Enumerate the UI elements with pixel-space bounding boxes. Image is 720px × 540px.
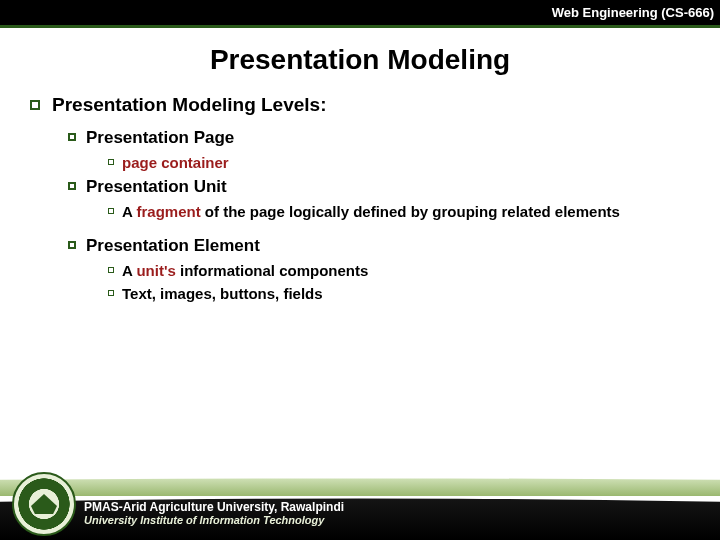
item-text: A unit's informational components [122,262,368,279]
bullet-level2: Presentation Element [68,236,720,256]
bullet-icon [30,100,40,110]
item-label: Presentation Page [86,128,234,148]
swoosh-decoration [0,474,720,496]
item-text: A fragment of the page logically defined… [122,203,620,220]
slide: Web Engineering (CS-666) Presentation Mo… [0,0,720,540]
bullet-icon [68,241,76,249]
item-label: Presentation Unit [86,177,227,197]
footer-text: PMAS-Arid Agriculture University, Rawalp… [84,500,344,526]
slide-content: Presentation Modeling Levels: Presentati… [0,94,720,302]
bullet-level3: page container [108,154,720,171]
item-text: page container [122,154,229,171]
course-code: Web Engineering (CS-666) [552,5,714,20]
institute-name: University Institute of Information Tech… [84,514,344,526]
bullet-level2: Presentation Page [68,128,720,148]
bullet-icon [108,208,114,214]
header-bar: Web Engineering (CS-666) [0,0,720,28]
bullet-icon [108,267,114,273]
bullet-icon [108,290,114,296]
bullet-level1: Presentation Modeling Levels: [30,94,720,116]
bullet-icon [68,182,76,190]
item-text: Text, images, buttons, fields [122,285,323,302]
bullet-level2: Presentation Unit [68,177,720,197]
item-label: Presentation Element [86,236,260,256]
bullet-icon [68,133,76,141]
tree-icon [31,494,57,514]
university-name: PMAS-Arid Agriculture University, Rawalp… [84,500,344,514]
heading-text: Presentation Modeling Levels: [52,94,327,116]
bullet-level3: A unit's informational components [108,262,720,279]
bullet-icon [108,159,114,165]
footer: PMAS-Arid Agriculture University, Rawalp… [0,464,720,540]
bullet-level3: Text, images, buttons, fields [108,285,720,302]
bullet-level3: A fragment of the page logically defined… [108,203,720,220]
university-seal-icon [12,472,76,536]
slide-title: Presentation Modeling [0,44,720,76]
